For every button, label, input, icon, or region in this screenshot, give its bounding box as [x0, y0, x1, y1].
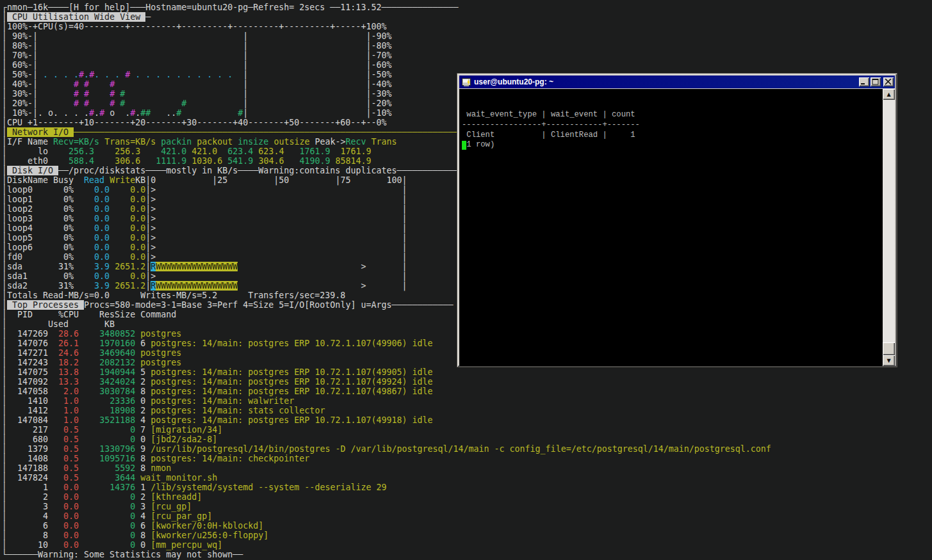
terminal-line: │ 60%-| | |-60%: [2, 60, 932, 70]
putty-icon: [461, 77, 471, 86]
putty-window-title: user@ubuntu20-pg: ~: [474, 77, 858, 86]
terminal-line: │ 8 0.0 0 8 [kworker/u256:0-floppy]: [2, 531, 932, 540]
terminal-line: │ 80%-| | |-80%: [2, 41, 932, 51]
terminal-line: │ 90%-| | |-90%: [2, 31, 932, 41]
terminal-line: ┌nmon─16k────[H for help]───Hostname=ubu…: [2, 3, 932, 12]
terminal-line: │ 10 0.0 0 0 [mm_percpu_wq]: [2, 540, 932, 550]
scroll-down-button[interactable]: ▼: [883, 355, 895, 366]
terminal-line: │ 1408 0.5 1095716 8 postgres: 14/main: …: [2, 454, 932, 463]
terminal-line: wait_event_type | wait_event | count: [462, 110, 884, 120]
terminal-line: │ 1410 1.0 23336 0 postgres: 14/main: wa…: [2, 396, 932, 406]
terminal-line: │ 147092 13.3 3424024 2 postgres: 14/mai…: [2, 377, 932, 387]
scroll-up-button[interactable]: ▲: [883, 89, 895, 100]
terminal-line: │ 147084 1.0 3521188 4 postgres: 14/main…: [2, 415, 932, 425]
terminal-line: │ CPU Utilisation Wide View ─: [2, 12, 932, 22]
putty-window: user@ubuntu20-pg: ~ wait_event_type | wa…: [457, 73, 897, 367]
terminal-line: │ 147075 13.8 1940944 5 postgres: 14/mai…: [2, 367, 932, 377]
minimize-button[interactable]: [859, 77, 869, 86]
maximize-icon: [872, 79, 879, 85]
minimize-icon: [860, 79, 868, 85]
terminal-line: (1 row): [462, 140, 884, 150]
maximize-button[interactable]: [871, 77, 881, 86]
close-icon: [885, 79, 892, 85]
terminal-line: │ 4 0.0 0 4 [rcu_par_gp]: [2, 511, 932, 521]
terminal-line: │ 3 0.0 0 3 [rcu_gp]: [2, 502, 932, 511]
terminal-line: -----------------+------------+-------: [462, 120, 884, 131]
terminal-line: │ 1379 0.5 1330796 9 /usr/lib/postgresql…: [2, 444, 932, 454]
terminal-line: │ 1 0.0 14376 1 /lib/systemd/systemd --s…: [2, 483, 932, 492]
terminal-line: │ 70%-| | |-70%: [2, 51, 932, 60]
terminal-line: └──────Warning: Some Statistics may not …: [2, 550, 932, 559]
terminal-line: │ 147824 0.5 3644 wait_monitor.sh: [2, 473, 932, 483]
close-button[interactable]: [883, 77, 894, 86]
terminal-line: │ 147058 2.0 3030784 8 postgres: 14/main…: [2, 387, 932, 396]
terminal-cursor: [462, 141, 466, 150]
terminal-line: │ 2 0.0 0 2 [kthreadd]: [2, 492, 932, 502]
scrollbar[interactable]: ▲ ▼: [883, 89, 895, 366]
terminal-line: │ 1412 1.0 18908 2 postgres: 14/main: st…: [2, 406, 932, 415]
terminal-line: │ 6 0.0 0 6 [kworker/0:0H-kblockd]: [2, 521, 932, 531]
terminal-line: Client | ClientRead | 1: [462, 131, 884, 141]
terminal-line: │ 147188 0.5 5592 8 nmon: [2, 463, 932, 473]
putty-titlebar[interactable]: user@ubuntu20-pg: ~: [459, 76, 895, 88]
terminal-line: │ 217 0.5 0 7 [migration/34]: [2, 425, 932, 435]
terminal-line: [462, 150, 884, 161]
putty-terminal[interactable]: wait_event_type | wait_event | count----…: [459, 89, 884, 366]
terminal-line: │ 680 0.5 0 0 [jbd2/sda2-8]: [2, 435, 932, 444]
terminal-line: │100%-+CPU(s)=40--------+---------+-----…: [2, 22, 932, 31]
scrollbar-thumb[interactable]: [883, 342, 895, 355]
